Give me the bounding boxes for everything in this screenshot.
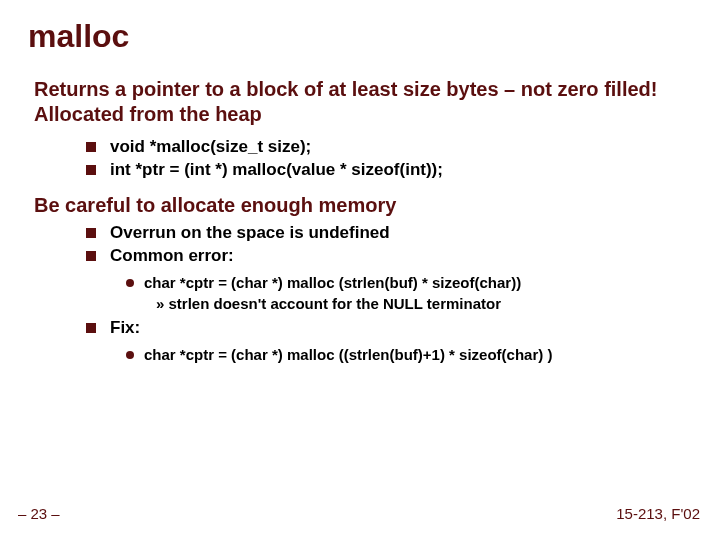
sub-list-item: char *cptr = (char *) malloc (strlen(buf… xyxy=(126,274,692,291)
disc-bullet-icon xyxy=(126,351,134,359)
subsub-list-item: » strlen doesn't account for the NULL te… xyxy=(156,295,692,312)
section2-sublist: char *cptr = (char *) malloc (strlen(buf… xyxy=(28,274,692,291)
footer-page-number: – 23 – xyxy=(18,505,60,522)
list-item: void *malloc(size_t size); xyxy=(86,137,692,157)
square-bullet-icon xyxy=(86,323,96,333)
sub-list-item: char *cptr = (char *) malloc ((strlen(bu… xyxy=(126,346,692,363)
slide: malloc Returns a pointer to a block of a… xyxy=(0,0,720,540)
list-item-text: void *malloc(size_t size); xyxy=(110,137,311,157)
list-item: Fix: xyxy=(86,318,692,338)
section2-heading: Be careful to allocate enough memory xyxy=(28,194,692,217)
section1-heading: Returns a pointer to a block of at least… xyxy=(28,77,692,127)
slide-title: malloc xyxy=(28,18,692,55)
disc-bullet-icon xyxy=(126,279,134,287)
section2-subsublist: » strlen doesn't account for the NULL te… xyxy=(28,295,692,312)
footer-course-id: 15-213, F'02 xyxy=(616,505,700,522)
list-item-text: Overrun on the space is undefined xyxy=(110,223,390,243)
square-bullet-icon xyxy=(86,251,96,261)
square-bullet-icon xyxy=(86,165,96,175)
list-item: Common error: xyxy=(86,246,692,266)
section2-fix-list: Fix: xyxy=(28,318,692,338)
list-item-text: Fix: xyxy=(110,318,140,338)
sub-list-item-text: char *cptr = (char *) malloc (strlen(buf… xyxy=(144,274,521,291)
list-item-text: int *ptr = (int *) malloc(value * sizeof… xyxy=(110,160,443,180)
square-bullet-icon xyxy=(86,228,96,238)
section1-list: void *malloc(size_t size); int *ptr = (i… xyxy=(28,137,692,180)
list-item-text: Common error: xyxy=(110,246,234,266)
sub-list-item-text: char *cptr = (char *) malloc ((strlen(bu… xyxy=(144,346,552,363)
list-item: int *ptr = (int *) malloc(value * sizeof… xyxy=(86,160,692,180)
list-item: Overrun on the space is undefined xyxy=(86,223,692,243)
section2-list: Overrun on the space is undefined Common… xyxy=(28,223,692,266)
section2-fix-sublist: char *cptr = (char *) malloc ((strlen(bu… xyxy=(28,346,692,363)
square-bullet-icon xyxy=(86,142,96,152)
